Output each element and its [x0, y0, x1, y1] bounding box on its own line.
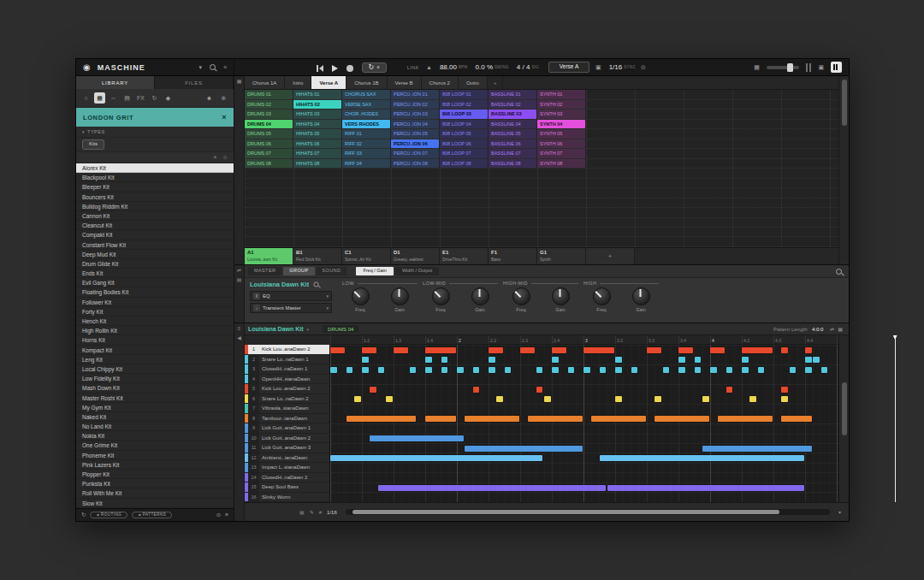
- footer-menu-icon[interactable]: ≡: [225, 512, 228, 518]
- scene-tab[interactable]: Chorus 1B: [346, 76, 387, 89]
- oneshots-filter-icon[interactable]: ◆: [163, 92, 174, 104]
- pattern-cell[interactable]: SYNTH 05: [537, 129, 585, 139]
- note[interactable]: [758, 367, 765, 373]
- effects-filter-icon[interactable]: FX: [135, 92, 146, 104]
- group-slot-E1[interactable]: E1DriveThru Kit: [440, 248, 489, 264]
- list-item[interactable]: Plopper Kit: [76, 470, 234, 479]
- note[interactable]: [647, 347, 661, 353]
- note[interactable]: [330, 347, 345, 353]
- note[interactable]: [702, 446, 812, 452]
- editor-hscroll-thumb[interactable]: [352, 510, 779, 514]
- add-group-button[interactable]: +: [586, 248, 635, 264]
- note[interactable]: [615, 357, 622, 363]
- note[interactable]: [607, 485, 804, 491]
- note[interactable]: [615, 396, 622, 402]
- note[interactable]: [781, 347, 788, 353]
- pattern-cell[interactable]: RIFF 03: [342, 149, 390, 158]
- list-item[interactable]: No Land Kit: [76, 422, 234, 431]
- type-chip-kits[interactable]: Kits: [82, 139, 104, 150]
- note[interactable]: [370, 387, 376, 393]
- routing-toggle[interactable]: ◀ROUTING: [90, 512, 127, 519]
- pattern-cell[interactable]: PERCU..ION 08: [391, 159, 439, 169]
- gain-knob[interactable]: [391, 287, 409, 305]
- note-area[interactable]: [330, 345, 838, 502]
- pattern-cell[interactable]: 808 LOOP 04: [440, 120, 488, 129]
- pattern-cell[interactable]: RIFF 02: [342, 139, 390, 149]
- tab-group[interactable]: GROUP: [283, 267, 314, 275]
- list-item[interactable]: Follower Kit: [76, 298, 234, 307]
- note[interactable]: [591, 416, 645, 422]
- list-item[interactable]: Kompact Kit: [76, 346, 234, 355]
- note[interactable]: [805, 367, 812, 373]
- list-item[interactable]: Constant Flow Kit: [76, 240, 234, 250]
- track-row[interactable]: 4OpenHH..sianaDawn: [245, 375, 329, 385]
- loop-button[interactable]: ↻▾: [362, 62, 387, 73]
- pattern-cell[interactable]: HIHATS 08: [293, 159, 341, 169]
- pattern-cell[interactable]: 808 LOOP 01: [440, 90, 488, 99]
- note[interactable]: [386, 396, 393, 402]
- pattern-cell[interactable]: BASSLINE 04: [489, 120, 536, 129]
- note[interactable]: [441, 367, 448, 373]
- list-item[interactable]: Phoneme Kit: [76, 451, 234, 460]
- arranger-scrollbar[interactable]: [838, 76, 849, 264]
- add-scene-button[interactable]: +: [488, 76, 504, 89]
- note[interactable]: [742, 347, 773, 353]
- pattern-cell[interactable]: 808 LOOP 05: [440, 129, 488, 139]
- note[interactable]: [615, 367, 622, 373]
- swing-value[interactable]: 0.0 %: [476, 63, 493, 71]
- note[interactable]: [362, 367, 369, 373]
- editor-group-name[interactable]: Louisiana Dawn Kit: [248, 326, 304, 332]
- scene-tab[interactable]: Intro: [285, 76, 311, 89]
- freq-knob[interactable]: [512, 287, 530, 305]
- step-grid-icon[interactable]: #: [319, 510, 322, 515]
- list-item[interactable]: Low Fidelity Kit: [76, 374, 234, 383]
- sound-search-icon[interactable]: [313, 281, 320, 288]
- link-toggle[interactable]: LINK: [407, 65, 419, 70]
- pattern-cell[interactable]: PERCU..ION 06: [391, 139, 439, 149]
- note[interactable]: [568, 367, 575, 373]
- pattern-cell[interactable]: BASSLINE 07: [489, 149, 536, 158]
- note[interactable]: [654, 416, 708, 422]
- note[interactable]: [678, 367, 685, 373]
- pattern-cell[interactable]: DRUMS 02: [245, 100, 293, 109]
- pattern-cell[interactable]: 808 LOOP 03: [440, 109, 488, 119]
- list-item[interactable]: Blackpool Kit: [76, 173, 234, 182]
- note[interactable]: [544, 396, 551, 402]
- track-row[interactable]: 10Lick Guit..anaDawn 2: [245, 434, 329, 444]
- group-slot-G1[interactable]: G1Synth: [537, 248, 586, 264]
- note[interactable]: [749, 396, 756, 402]
- track-row[interactable]: 9Lick Guit..anaDawn 1: [245, 423, 329, 434]
- note[interactable]: [489, 357, 495, 363]
- note[interactable]: [496, 396, 503, 402]
- note[interactable]: [362, 357, 369, 363]
- note[interactable]: [489, 347, 503, 353]
- tab-master[interactable]: MASTER: [248, 267, 281, 275]
- editor-scrollbar[interactable]: [838, 335, 849, 502]
- pattern-cell[interactable]: BASSLINE 06: [489, 139, 536, 149]
- volume-thumb[interactable]: [787, 63, 793, 72]
- list-item[interactable]: Cannon Kit: [76, 211, 234, 221]
- pattern-cell[interactable]: 808 LOOP 07: [440, 149, 488, 158]
- note[interactable]: [394, 347, 408, 353]
- note[interactable]: [600, 367, 607, 373]
- pattern-cell[interactable]: BASSLINE 03: [489, 109, 536, 119]
- arranger-view-icon[interactable]: ▦: [237, 79, 242, 84]
- note[interactable]: [805, 357, 812, 363]
- note[interactable]: [330, 367, 337, 373]
- note[interactable]: [552, 367, 559, 373]
- note[interactable]: [695, 367, 702, 373]
- track-row[interactable]: 2Snare Lo..naDawn 1: [245, 355, 329, 365]
- note[interactable]: [781, 387, 788, 393]
- page-tab[interactable]: Width / Output: [395, 267, 439, 275]
- note[interactable]: [781, 396, 788, 402]
- pattern-cell[interactable]: BASSLINE 02: [489, 100, 536, 109]
- editor-collapse-icon[interactable]: ◀: [237, 335, 241, 340]
- editor-pattern-name[interactable]: DRUMS 04: [323, 325, 358, 333]
- pattern-cell[interactable]: RIFF 01: [342, 129, 390, 139]
- gain-knob[interactable]: [632, 287, 650, 305]
- pattern-cell[interactable]: SYNTH 08: [537, 159, 585, 169]
- note[interactable]: [465, 446, 582, 452]
- pattern-cell[interactable]: BASSLINE 01: [489, 90, 536, 99]
- pattern-cell[interactable]: 808 LOOP 08: [440, 159, 488, 169]
- play-button[interactable]: [332, 60, 338, 75]
